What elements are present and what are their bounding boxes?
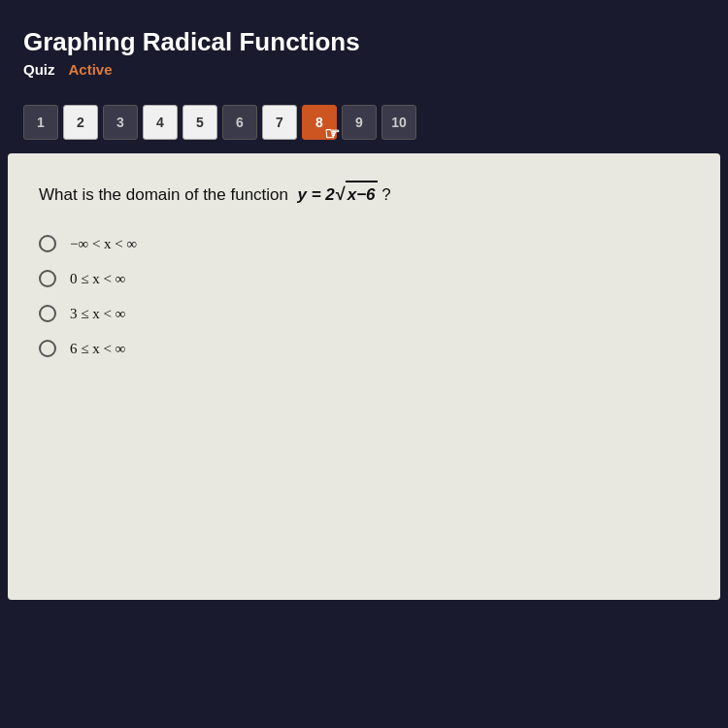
answer-options: −∞ < x < ∞ 0 ≤ x < ∞ 3 ≤ x < ∞ 6 ≤ x < ∞ <box>39 235 689 357</box>
option-3[interactable]: 3 ≤ x < ∞ <box>39 305 689 322</box>
option-1-text: −∞ < x < ∞ <box>70 236 137 252</box>
quiz-label: Quiz <box>23 61 55 78</box>
math-expression: y = 2√x−6 <box>297 185 381 204</box>
active-label: Active <box>69 61 113 78</box>
option-3-text: 3 ≤ x < ∞ <box>70 306 125 322</box>
option-4[interactable]: 6 ≤ x < ∞ <box>39 340 689 357</box>
question-btn-5[interactable]: 5 <box>182 105 217 140</box>
question-number-bar: 1 2 3 4 5 6 7 8 ☞ 9 10 <box>0 93 728 153</box>
page-title: Graphing Radical Functions <box>23 27 705 57</box>
question-btn-10[interactable]: 10 <box>381 105 416 140</box>
option-2[interactable]: 0 ≤ x < ∞ <box>39 270 689 287</box>
radio-2[interactable] <box>39 270 56 287</box>
header-section: Graphing Radical Functions Quiz Active <box>0 0 728 93</box>
question-btn-6[interactable]: 6 <box>222 105 257 140</box>
question-btn-9[interactable]: 9 <box>342 105 377 140</box>
option-4-text: 6 ≤ x < ∞ <box>70 341 125 357</box>
option-1[interactable]: −∞ < x < ∞ <box>39 235 689 252</box>
question-btn-7[interactable]: 7 <box>262 105 297 140</box>
cursor-icon: ☞ <box>324 123 340 145</box>
question-text: What is the domain of the function y = 2… <box>39 181 689 208</box>
option-2-text: 0 ≤ x < ∞ <box>70 271 125 287</box>
question-btn-3[interactable]: 3 <box>103 105 138 140</box>
question-btn-1[interactable]: 1 <box>23 105 58 140</box>
radio-1[interactable] <box>39 235 56 252</box>
radio-3[interactable] <box>39 305 56 322</box>
question-btn-8[interactable]: 8 ☞ <box>302 105 337 140</box>
question-btn-4[interactable]: 4 <box>143 105 178 140</box>
question-btn-2[interactable]: 2 <box>63 105 98 140</box>
header-subtitle: Quiz Active <box>23 61 705 78</box>
radio-4[interactable] <box>39 340 56 357</box>
main-content-area: What is the domain of the function y = 2… <box>8 153 720 600</box>
